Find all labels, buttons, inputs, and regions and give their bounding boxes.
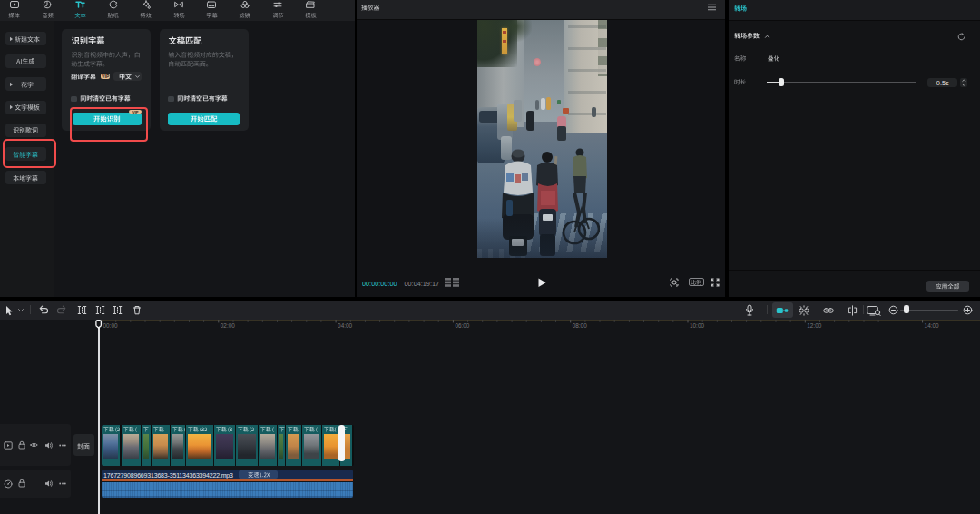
svg-text:10:00: 10:00 [690,322,704,329]
svg-text:12:00: 12:00 [807,322,821,329]
svg-text:00:04:19:17: 00:04:19:17 [405,280,440,288]
svg-text:04:00: 04:00 [338,322,352,329]
svg-text:06:00: 06:00 [455,322,469,329]
svg-text:00:00: 00:00 [103,322,117,329]
svg-text:00:00:00:00: 00:00:00:00 [362,280,397,288]
svg-text:VIP: VIP [102,74,110,79]
svg-text:1767279089669313683-3511343633: 1767279089669313683-351134363394222.mp3 [103,472,233,479]
svg-text:08:00: 08:00 [572,322,586,329]
svg-text:02:00: 02:00 [220,322,234,329]
svg-text:14:00: 14:00 [924,322,938,329]
svg-text:0.5s: 0.5s [936,78,949,86]
